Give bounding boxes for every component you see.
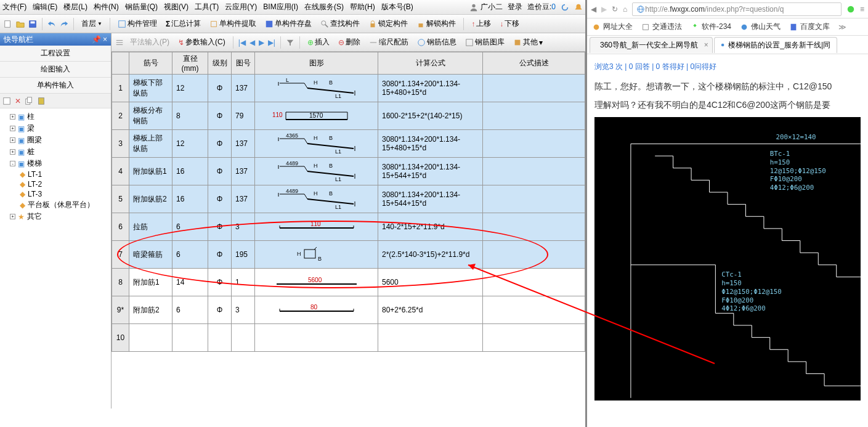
extension-icon[interactable] bbox=[846, 5, 855, 14]
cell[interactable]: 137 bbox=[232, 158, 255, 185]
expand-icon[interactable]: + bbox=[10, 126, 15, 131]
redo-icon[interactable] bbox=[60, 20, 68, 28]
cell[interactable] bbox=[483, 296, 585, 324]
cell[interactable]: 梯板上部纵筋 bbox=[129, 130, 172, 158]
login-link[interactable]: 登录 bbox=[508, 2, 522, 12]
nav-prev-icon[interactable]: ◀ bbox=[249, 38, 255, 47]
nav-section-single[interactable]: 单构件输入 bbox=[0, 78, 111, 94]
tree-copy-icon[interactable] bbox=[25, 97, 33, 105]
cell[interactable]: 14 bbox=[172, 269, 208, 296]
tree-item-2[interactable]: +▣圈梁 bbox=[2, 134, 108, 146]
tree-item-3[interactable]: +▣桩 bbox=[2, 146, 108, 158]
menu-tools[interactable]: 工具(T) bbox=[195, 2, 219, 12]
tb-delete[interactable]: ⊖ 删除 bbox=[336, 36, 363, 49]
cell[interactable] bbox=[483, 130, 585, 158]
cell[interactable]: 1 bbox=[232, 269, 255, 296]
cell[interactable]: Φ bbox=[208, 75, 232, 102]
cell[interactable]: 3080*1.134+200*1.134-15+480+15*d bbox=[378, 130, 483, 158]
cell[interactable]: 附加纵筋2 bbox=[129, 185, 172, 213]
open-icon[interactable] bbox=[16, 20, 25, 28]
cell[interactable]: LHBL1 bbox=[255, 75, 378, 102]
tree-item-6[interactable]: ◆LT-2 bbox=[2, 179, 108, 189]
cell[interactable]: 6 bbox=[172, 296, 208, 324]
cell[interactable]: Φ bbox=[208, 213, 232, 241]
cell[interactable] bbox=[483, 213, 585, 241]
col-header-1[interactable]: 筋号 bbox=[129, 52, 172, 75]
cell[interactable]: Φ bbox=[208, 130, 232, 158]
bookmark-software[interactable]: 软件-234 bbox=[691, 22, 731, 32]
tb-scale[interactable]: 缩尺配筋 bbox=[367, 36, 411, 49]
cell[interactable]: 79 bbox=[232, 102, 255, 130]
table-row[interactable]: 7暗梁箍筋6Φ195HB2*(2.5*140-3*15)+2*11.9*d bbox=[112, 241, 585, 269]
undo-icon[interactable] bbox=[47, 20, 56, 28]
menu-version[interactable]: 版本号(B) bbox=[381, 2, 413, 12]
tab-stair-rebar[interactable]: 楼梯钢筋的设置_服务新干线|同 bbox=[714, 37, 837, 53]
cell[interactable] bbox=[483, 102, 585, 130]
cell[interactable]: 16 bbox=[172, 185, 208, 213]
expand-icon[interactable]: + bbox=[10, 137, 15, 143]
bookmark-weather[interactable]: 佛山天气 bbox=[740, 22, 781, 32]
cell[interactable]: 137 bbox=[232, 75, 255, 102]
table-row[interactable]: 4附加纵筋116Φ1374489HBL13080*1.134+200*1.134… bbox=[112, 158, 585, 185]
cell[interactable]: Φ bbox=[208, 158, 232, 185]
cell[interactable]: 附加筋1 bbox=[129, 269, 172, 296]
cell[interactable]: 拉筋 bbox=[129, 213, 172, 241]
refresh-icon[interactable] bbox=[561, 3, 569, 12]
cell[interactable]: 暗梁箍筋 bbox=[129, 241, 172, 269]
cell[interactable]: 4365HBL1 bbox=[255, 130, 378, 158]
cell[interactable]: 10 bbox=[112, 324, 129, 352]
cell[interactable]: 3080*1.134+200*1.134-15+544+15*d bbox=[378, 158, 483, 185]
nav-section-draw[interactable]: 绘图输入 bbox=[0, 62, 111, 78]
table-row[interactable]: 6拉筋6Φ3110140-2*15+2*11.9*d bbox=[112, 213, 585, 241]
tb-sum-calc[interactable]: Σ 汇总计算 bbox=[163, 17, 203, 30]
cell[interactable] bbox=[378, 324, 483, 352]
cell[interactable] bbox=[483, 269, 585, 296]
menu-file[interactable]: 文件(F) bbox=[2, 2, 26, 12]
cell[interactable]: 7 bbox=[112, 241, 129, 269]
tree-item-8[interactable]: ◆平台板（休息平台） bbox=[2, 199, 108, 211]
back-button[interactable]: ◀ bbox=[591, 5, 596, 14]
col-header-0[interactable] bbox=[112, 52, 129, 75]
tb-rebar-info[interactable]: 钢筋信息 bbox=[415, 36, 459, 49]
cell[interactable]: 2*(2.5*140-3*15)+2*11.9*d bbox=[378, 241, 483, 269]
table-row[interactable]: 5附加纵筋216Φ1374489HBL13080*1.134+200*1.134… bbox=[112, 185, 585, 213]
pin-icon[interactable]: 📌 × bbox=[92, 35, 107, 44]
save-icon[interactable] bbox=[28, 20, 37, 28]
table-row[interactable]: 3梯板上部纵筋12Φ1374365HBL13080*1.134+200*1.13… bbox=[112, 130, 585, 158]
rebar-table[interactable]: 筋号直径(mm)级别图号图形计算公式公式描述1梯板下部纵筋12Φ137LHBL1… bbox=[112, 52, 585, 352]
menu-bim[interactable]: BIM应用(I) bbox=[263, 2, 298, 12]
tb-other[interactable]: 其他 ▾ bbox=[511, 36, 545, 49]
cell[interactable]: 80+2*6.25*d bbox=[378, 296, 483, 324]
tb-insert[interactable]: ⊕ 插入 bbox=[305, 36, 332, 49]
menu-online[interactable]: 在线服务(S) bbox=[304, 2, 344, 12]
cell[interactable]: 16 bbox=[172, 158, 208, 185]
home-button[interactable]: ⌂ bbox=[623, 5, 627, 14]
cell[interactable] bbox=[208, 324, 232, 352]
menu-rebar[interactable]: 钢筋量(Q) bbox=[125, 2, 158, 12]
cell[interactable]: 140-2*15+2*11.9*d bbox=[378, 213, 483, 241]
tree-item-4[interactable]: -▣楼梯 bbox=[2, 158, 108, 169]
col-header-4[interactable]: 图号 bbox=[232, 52, 255, 75]
tree-item-0[interactable]: +▣柱 bbox=[2, 111, 108, 123]
table-row[interactable]: 10 bbox=[112, 324, 585, 352]
menu-help[interactable]: 帮助(H) bbox=[350, 2, 375, 12]
tree-item-7[interactable]: ◆LT-3 bbox=[2, 189, 108, 199]
col-header-2[interactable]: 直径(mm) bbox=[172, 52, 208, 75]
table-row[interactable]: 9*附加筋26Φ38080+2*6.25*d bbox=[112, 296, 585, 324]
cell[interactable] bbox=[483, 241, 585, 269]
cell[interactable]: Φ bbox=[208, 241, 232, 269]
col-header-3[interactable]: 级别 bbox=[208, 52, 232, 75]
tab-360nav[interactable]: 360导航_新一代安全上网导航 × bbox=[590, 37, 713, 53]
address-bar[interactable]: http://e.fwxgx.com/index.php?r=question/… bbox=[632, 2, 842, 16]
cell[interactable]: Φ bbox=[208, 185, 232, 213]
tree-item-9[interactable]: +★其它 bbox=[2, 211, 108, 222]
cell[interactable]: HB bbox=[255, 241, 378, 269]
cell[interactable] bbox=[129, 324, 172, 352]
tree-item-1[interactable]: +▣梁 bbox=[2, 123, 108, 134]
tab-close-1[interactable]: × bbox=[704, 41, 708, 49]
nav-next-icon[interactable]: ▶ bbox=[259, 38, 264, 47]
cell[interactable]: 8 bbox=[172, 102, 208, 130]
cell[interactable]: 梯板下部纵筋 bbox=[129, 75, 172, 102]
cell[interactable]: 6 bbox=[172, 241, 208, 269]
menu-edit[interactable]: 编辑(E) bbox=[33, 2, 57, 12]
